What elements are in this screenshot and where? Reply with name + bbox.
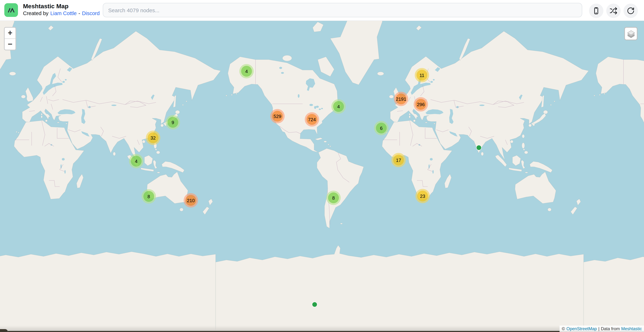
map-tile-edge [8,331,644,332]
page-title: Meshtastic Map [23,3,100,10]
cluster-marker[interactable]: 32 [146,131,160,145]
cluster-marker[interactable]: 4 [331,99,346,114]
shuffle-button[interactable] [606,4,621,18]
map-tile-fade [0,325,644,331]
refresh-icon [627,7,635,15]
cluster-marker[interactable]: 724 [305,112,319,127]
meshtastic-logo-icon [6,6,16,15]
data-from-text: Data from [601,326,620,331]
meshtastic-link[interactable]: Meshtastic [621,326,642,331]
layers-icon [626,29,636,38]
discord-link[interactable]: Discord [82,10,100,17]
attribution-separator: | [598,326,600,331]
layers-control[interactable] [624,27,638,40]
zoom-control: + − [4,27,16,50]
node-marker[interactable] [476,145,482,150]
cluster-marker[interactable]: 11 [415,68,429,82]
header: Meshtastic Map Created by Liam Cottle - … [0,0,644,21]
cluster-count: 210 [186,195,196,206]
cluster-count: 529 [272,111,283,122]
cluster-count: 6 [376,123,387,133]
shuffle-icon [610,7,618,15]
author-link[interactable]: Liam Cottle [50,10,77,17]
map-canvas[interactable] [0,21,644,332]
cluster-marker[interactable]: 4 [239,64,254,78]
copyright-symbol: © [562,326,565,331]
app-window: 4112191296932529724464178210823 + − © Op… [0,0,644,332]
search-input[interactable] [103,3,582,17]
cluster-count: 11 [416,70,427,81]
cluster-marker[interactable]: 6 [374,121,388,135]
mobile-app-button[interactable] [589,4,604,18]
cluster-marker[interactable]: 8 [326,191,341,205]
zoom-in-button[interactable]: + [5,28,16,39]
cluster-count: 4 [333,101,344,112]
byline: Created by Liam Cottle - Discord [23,10,100,17]
cluster-count: 32 [148,132,158,143]
cluster-count: 4 [131,156,142,167]
cluster-marker[interactable]: 9 [166,115,180,130]
refresh-button[interactable] [624,4,638,18]
mobile-app-icon [592,7,600,15]
cluster-marker[interactable]: 17 [391,153,406,167]
cluster-count: 17 [393,155,404,165]
cluster-count: 9 [168,117,178,128]
cluster-count: 296 [416,99,426,110]
world-map [0,21,644,332]
cluster-count: 8 [328,192,339,203]
cluster-marker[interactable]: 529 [270,109,284,123]
meshtastic-logo [4,3,18,17]
cluster-marker[interactable]: 23 [416,189,430,203]
byline-prefix: Created by [23,10,48,17]
cluster-count: 724 [306,114,317,125]
map-tile-edge-corner [0,329,8,332]
cluster-marker[interactable]: 4 [129,154,144,168]
cluster-count: 2191 [396,94,406,104]
title-block: Meshtastic Map Created by Liam Cottle - … [23,3,100,17]
map-attribution: © OpenStreetMap | Data from Meshtastic [560,325,644,332]
cluster-count: 8 [144,191,154,202]
cluster-marker[interactable]: 296 [414,97,428,112]
cluster-marker[interactable]: 8 [142,189,156,204]
cluster-count: 23 [417,191,428,201]
cluster-marker[interactable]: 210 [184,193,198,208]
openstreetmap-link[interactable]: OpenStreetMap [566,326,597,331]
zoom-out-button[interactable]: − [5,39,16,50]
cluster-count: 4 [241,66,252,77]
node-marker[interactable] [312,302,317,307]
byline-separator: - [78,10,80,17]
cluster-marker[interactable]: 2191 [394,92,408,106]
